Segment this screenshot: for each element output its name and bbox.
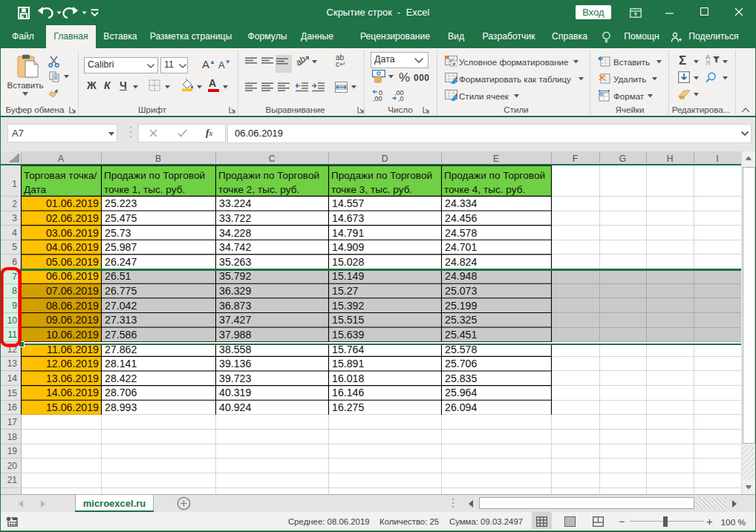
svg-text:33.224: 33.224 [219,197,252,209]
svg-text:15.764: 15.764 [332,344,365,355]
svg-text:≠: ≠ [452,61,456,68]
svg-text:20: 20 [7,461,18,471]
svg-text:16.275: 16.275 [332,401,365,413]
svg-text:35.263: 35.263 [219,256,252,268]
svg-text:16: 16 [7,402,18,413]
svg-text:17: 17 [7,417,18,427]
svg-text:14.791: 14.791 [332,227,365,239]
svg-text:D: D [382,154,388,164]
svg-text:34.742: 34.742 [219,241,252,253]
svg-text:13.06.2019: 13.06.2019 [46,372,99,384]
svg-text:25.325: 25.325 [445,314,478,326]
svg-text:1: 1 [12,179,17,189]
svg-text:25.451: 25.451 [445,329,478,341]
svg-text:37.988: 37.988 [219,329,252,341]
svg-text:2: 2 [12,199,17,209]
svg-text:E: E [493,154,499,164]
svg-text:40.319: 40.319 [219,387,252,398]
svg-text:24.578: 24.578 [445,227,478,239]
svg-text:05.06.2019: 05.06.2019 [46,256,99,268]
svg-text:09.06.2019: 09.06.2019 [46,314,99,326]
svg-text:36.329: 36.329 [219,285,252,297]
svg-text:точке 2, тыс. руб.: точке 2, тыс. руб. [218,184,299,195]
svg-text:10.06.2019: 10.06.2019 [46,329,99,341]
svg-text:26.094: 26.094 [445,401,478,413]
svg-text:06.06.2019: 06.06.2019 [46,270,99,282]
svg-text:25.223: 25.223 [105,197,137,209]
svg-text:36.873: 36.873 [219,300,252,312]
svg-text:39.136: 39.136 [219,358,252,370]
svg-text:26.51: 26.51 [105,270,131,282]
svg-text:38.558: 38.558 [219,344,252,355]
svg-text:27.313: 27.313 [105,314,137,326]
svg-text:14.06.2019: 14.06.2019 [46,387,99,398]
svg-text:3: 3 [12,213,17,223]
svg-text:26.775: 26.775 [105,285,137,297]
svg-text:14.909: 14.909 [332,241,365,253]
svg-text:B: B [155,154,161,164]
svg-text:02.06.2019: 02.06.2019 [46,212,99,224]
svg-text:Продажи по Торговой: Продажи по Торговой [331,170,432,181]
svg-text:15.891: 15.891 [332,358,365,370]
svg-text:9: 9 [12,301,17,311]
svg-text:28.993: 28.993 [105,401,137,413]
svg-text:24.334: 24.334 [445,197,478,209]
svg-text:11.06.2019: 11.06.2019 [47,344,99,355]
svg-text:15.515: 15.515 [332,314,365,326]
svg-text:04.06.2019: 04.06.2019 [46,241,99,253]
svg-text:15.392: 15.392 [332,300,365,312]
svg-text:16.146: 16.146 [332,387,365,398]
svg-text:15.27: 15.27 [332,285,359,297]
svg-text:,00: ,00 [373,95,382,102]
svg-text:7: 7 [12,272,17,282]
svg-text:10: 10 [7,315,18,326]
svg-text:4: 4 [12,228,17,238]
svg-text:25.964: 25.964 [445,387,478,398]
svg-text:24.948: 24.948 [445,270,478,282]
svg-text:39.723: 39.723 [219,372,252,384]
svg-text:25.578: 25.578 [445,344,478,355]
svg-text:25.475: 25.475 [105,212,137,224]
svg-text:H: H [667,154,674,164]
svg-text:15.639: 15.639 [332,329,365,341]
svg-text:точке 3, тыс. руб.: точке 3, тыс. руб. [331,184,412,195]
svg-text:Продажи по Торговой: Продажи по Торговой [218,170,319,181]
svg-text:14: 14 [7,373,18,384]
svg-text:24.824: 24.824 [445,256,478,268]
svg-text:25.199: 25.199 [445,300,478,312]
svg-text:6: 6 [12,257,17,267]
svg-text:5: 5 [12,242,17,252]
svg-text:G: G [619,154,626,164]
svg-text:Торговая точка/: Торговая точка/ [24,170,97,181]
svg-text:28.141: 28.141 [105,358,137,370]
svg-text:34.228: 34.228 [219,227,252,239]
svg-text:,0: ,0 [398,95,404,102]
svg-text:15.149: 15.149 [332,270,365,282]
svg-text:21: 21 [7,475,18,485]
svg-text:18: 18 [7,432,18,442]
svg-text:12.06.2019: 12.06.2019 [46,358,99,370]
svg-text:A: A [58,154,64,164]
svg-text:19: 19 [7,446,18,456]
svg-text:07.06.2019: 07.06.2019 [46,285,99,297]
svg-text:15.06.2019: 15.06.2019 [46,401,99,413]
svg-text:01.06.2019: 01.06.2019 [46,197,99,209]
svg-text:14.557: 14.557 [332,197,365,209]
svg-text:15: 15 [7,388,18,398]
svg-text:точке 4, тыс. руб.: точке 4, тыс. руб. [444,184,525,195]
svg-text:13: 13 [7,358,18,369]
svg-text:35.792: 35.792 [219,270,252,282]
svg-text:08.06.2019: 08.06.2019 [46,300,99,312]
svg-text:16.018: 16.018 [332,372,365,384]
svg-text:8: 8 [12,286,17,296]
svg-text:14.673: 14.673 [332,212,365,224]
svg-text:03.06.2019: 03.06.2019 [46,227,99,239]
svg-text:25.835: 25.835 [445,372,478,384]
svg-text:точке 1, тыс. руб.: точке 1, тыс. руб. [104,184,185,195]
svg-text:15.028: 15.028 [332,256,365,268]
svg-text:27.042: 27.042 [105,300,137,312]
svg-text:I: I [716,154,718,164]
svg-text:Продажи по Торговой: Продажи по Торговой [104,170,205,181]
svg-text:F: F [573,154,578,164]
svg-text:24.701: 24.701 [445,241,478,253]
